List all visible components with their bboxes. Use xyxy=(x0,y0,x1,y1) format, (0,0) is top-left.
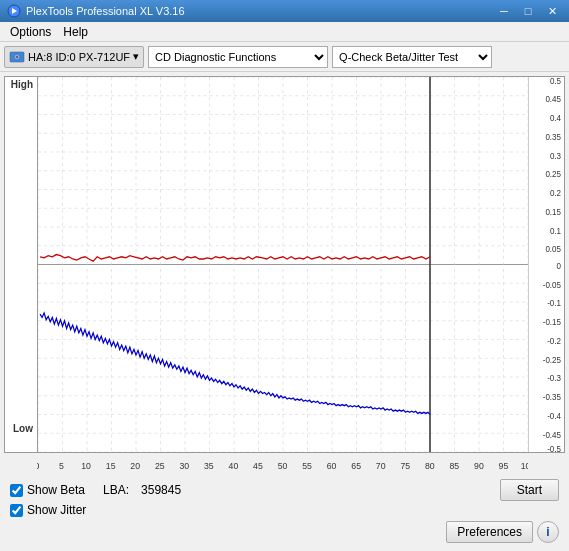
y-axis-left: High Low xyxy=(5,77,37,452)
chart-plot xyxy=(37,77,528,452)
show-beta-label: Show Beta xyxy=(27,483,85,497)
svg-text:50: 50 xyxy=(278,461,288,471)
svg-text:0.45: 0.45 xyxy=(545,94,561,104)
svg-text:0.3: 0.3 xyxy=(550,150,561,160)
svg-text:-0.1: -0.1 xyxy=(547,298,561,308)
svg-text:0.4: 0.4 xyxy=(550,113,561,123)
start-button[interactable]: Start xyxy=(500,479,559,501)
svg-text:-0.25: -0.25 xyxy=(543,354,562,364)
svg-text:85: 85 xyxy=(450,461,460,471)
menu-options[interactable]: Options xyxy=(4,23,57,41)
svg-text:5: 5 xyxy=(59,461,64,471)
menu-bar: Options Help xyxy=(0,22,569,42)
svg-text:80: 80 xyxy=(425,461,435,471)
minimize-button[interactable]: ─ xyxy=(493,3,515,19)
preferences-button[interactable]: Preferences xyxy=(446,521,533,543)
bottom-controls: Show Beta LBA: 359845 Start Show Jitter … xyxy=(4,475,565,547)
x-axis: 0 5 10 15 20 25 30 35 40 45 50 55 60 65 … xyxy=(37,457,528,473)
drive-chevron: ▾ xyxy=(133,50,139,63)
drive-selector[interactable]: HA:8 ID:0 PX-712UF ▾ xyxy=(4,46,144,68)
svg-text:20: 20 xyxy=(130,461,140,471)
bottom-row2: Show Jitter xyxy=(10,503,559,517)
menu-help[interactable]: Help xyxy=(57,23,94,41)
title-bar: PlexTools Professional XL V3.16 ─ □ ✕ xyxy=(0,0,569,22)
svg-text:60: 60 xyxy=(327,461,337,471)
svg-text:0.1: 0.1 xyxy=(550,225,561,235)
svg-text:90: 90 xyxy=(474,461,484,471)
svg-text:0.5: 0.5 xyxy=(550,77,561,86)
show-jitter-checkbox-label[interactable]: Show Jitter xyxy=(10,503,86,517)
svg-text:65: 65 xyxy=(351,461,361,471)
window-title: PlexTools Professional XL V3.16 xyxy=(26,5,493,17)
show-beta-checkbox[interactable] xyxy=(10,484,23,497)
svg-text:-0.05: -0.05 xyxy=(543,279,562,289)
toolbar: HA:8 ID:0 PX-712UF ▾ CD Diagnostic Funct… xyxy=(0,42,569,72)
show-jitter-label: Show Jitter xyxy=(27,503,86,517)
y-label-low: Low xyxy=(13,423,33,434)
svg-text:45: 45 xyxy=(253,461,263,471)
bottom-buttons-row: Preferences i xyxy=(10,521,559,543)
window-controls: ─ □ ✕ xyxy=(493,3,563,19)
svg-point-4 xyxy=(16,56,18,58)
main-content: High Low xyxy=(0,72,569,551)
svg-text:0.25: 0.25 xyxy=(545,169,561,179)
svg-text:0.05: 0.05 xyxy=(545,244,561,254)
svg-text:-0.15: -0.15 xyxy=(543,317,562,327)
show-beta-checkbox-label[interactable]: Show Beta xyxy=(10,483,85,497)
svg-text:0.35: 0.35 xyxy=(545,131,561,141)
svg-text:35: 35 xyxy=(204,461,214,471)
y-axis-right: 0.5 0.45 0.4 0.35 0.3 0.25 0.2 0.15 0.1 … xyxy=(528,77,564,452)
svg-text:10: 10 xyxy=(81,461,91,471)
drive-icon xyxy=(9,49,25,65)
svg-text:40: 40 xyxy=(229,461,239,471)
svg-text:0.15: 0.15 xyxy=(545,206,561,216)
svg-text:70: 70 xyxy=(376,461,386,471)
svg-text:-0.3: -0.3 xyxy=(547,373,561,383)
svg-text:30: 30 xyxy=(179,461,189,471)
svg-text:25: 25 xyxy=(155,461,165,471)
show-jitter-checkbox[interactable] xyxy=(10,504,23,517)
svg-text:-0.35: -0.35 xyxy=(543,392,562,402)
svg-text:0.2: 0.2 xyxy=(550,188,561,198)
y-label-high: High xyxy=(11,79,33,90)
lba-value: 359845 xyxy=(141,483,181,497)
chart-svg xyxy=(38,77,528,452)
svg-text:0: 0 xyxy=(37,461,40,471)
svg-text:0: 0 xyxy=(557,261,562,271)
svg-text:75: 75 xyxy=(400,461,410,471)
svg-text:15: 15 xyxy=(106,461,116,471)
chart-container: High Low xyxy=(4,76,565,453)
drive-label: HA:8 ID:0 PX-712UF xyxy=(28,51,130,63)
svg-text:-0.4: -0.4 xyxy=(547,411,561,421)
svg-text:95: 95 xyxy=(499,461,509,471)
function-select[interactable]: CD Diagnostic Functions xyxy=(148,46,328,68)
svg-text:-0.2: -0.2 xyxy=(547,336,561,346)
svg-text:-0.5: -0.5 xyxy=(547,444,561,452)
bottom-row1: Show Beta LBA: 359845 Start xyxy=(10,479,559,501)
test-select[interactable]: Q-Check Beta/Jitter Test xyxy=(332,46,492,68)
svg-text:55: 55 xyxy=(302,461,312,471)
lba-label: LBA: xyxy=(103,483,129,497)
maximize-button[interactable]: □ xyxy=(517,3,539,19)
close-button[interactable]: ✕ xyxy=(541,3,563,19)
svg-text:-0.45: -0.45 xyxy=(543,429,562,439)
svg-text:100: 100 xyxy=(521,461,528,471)
info-button[interactable]: i xyxy=(537,521,559,543)
app-icon xyxy=(6,3,22,19)
